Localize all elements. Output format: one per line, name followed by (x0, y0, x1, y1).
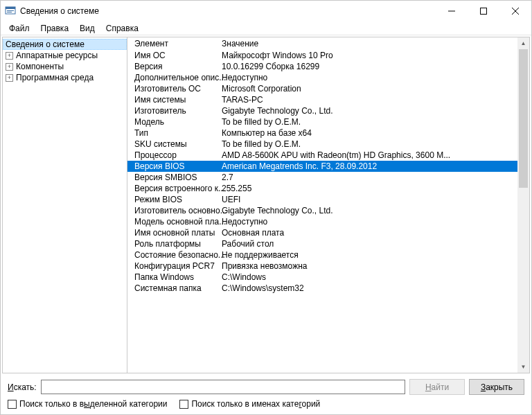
row-value: Привязка невозможна (220, 261, 515, 271)
window-controls (436, 1, 531, 21)
row-key: Модель основной пла... (130, 217, 220, 227)
scroll-down-icon[interactable]: ▼ (517, 361, 529, 373)
list-row[interactable]: Папка WindowsC:\Windows (127, 272, 517, 283)
close-search-button[interactable]: Закрыть (469, 379, 524, 395)
row-key: Изготовитель (130, 106, 220, 116)
menu-view[interactable]: Вид (74, 22, 100, 35)
row-key: Версия (130, 62, 220, 71)
row-value: C:\Windows\system32 (220, 283, 515, 293)
list-row[interactable]: ПроцессорAMD A8-5600K APU with Radeon(tm… (127, 150, 517, 161)
tree-hardware-label: Аппаратные ресурсы (16, 51, 98, 60)
row-value: Недоступно (220, 73, 515, 82)
expand-icon[interactable]: + (6, 63, 13, 71)
close-button[interactable] (499, 1, 531, 21)
row-key: Имя ОС (130, 51, 220, 60)
row-value: AMD A8-5600K APU with Radeon(tm) HD Grap… (220, 150, 515, 160)
row-key: Папка Windows (130, 272, 220, 282)
row-key: Режим BIOS (130, 195, 220, 204)
check-category-names[interactable]: Поиск только в именах категорий (179, 399, 320, 409)
checkbox-icon[interactable] (179, 400, 188, 409)
menu-help[interactable]: Справка (100, 22, 144, 35)
row-value: UEFI (220, 195, 515, 204)
svg-rect-5 (481, 8, 487, 15)
check1-label: Поиск только в выделенной категории (19, 399, 167, 409)
list-content[interactable]: Элемент Значение Имя ОСМайкрософт Window… (127, 37, 517, 373)
list-row[interactable]: Системная папкаC:\Windows\system32 (127, 283, 517, 294)
row-value: Gigabyte Technology Co., Ltd. (220, 106, 515, 116)
expand-icon[interactable]: + (6, 74, 13, 82)
list-row[interactable]: Конфигурация PCR7Привязка невозможна (127, 261, 517, 272)
tree-root[interactable]: Сведения о системе (3, 39, 127, 50)
maximize-button[interactable] (468, 1, 499, 21)
list-rows: Имя ОСМайкрософт Windows 10 ProВерсия10.… (127, 50, 517, 294)
check-selected-category[interactable]: Поиск только в выделенной категории (8, 399, 167, 409)
row-key: Роль платформы (130, 239, 220, 249)
list-row[interactable]: Режим BIOSUEFI (127, 194, 517, 205)
tree-root-label: Сведения о системе (6, 39, 85, 49)
svg-rect-2 (7, 10, 14, 11)
tree-software[interactable]: + Программная среда (3, 72, 127, 83)
scroll-thumb[interactable] (519, 49, 528, 188)
list-row[interactable]: Версия SMBIOS2.7 (127, 172, 517, 183)
tree-components[interactable]: + Компоненты (3, 61, 127, 72)
list-row[interactable]: SKU системыTo be filled by O.E.M. (127, 139, 517, 150)
row-key: Имя основной платы (130, 228, 220, 238)
header-value[interactable]: Значение (220, 39, 515, 48)
row-value: Рабочий стол (220, 239, 515, 249)
row-value: Компьютер на базе x64 (220, 128, 515, 138)
list-row[interactable]: ТипКомпьютер на базе x64 (127, 127, 517, 139)
body-area: Сведения о системе + Аппаратные ресурсы … (2, 37, 530, 373)
list-row[interactable]: Изготовитель основно...Gigabyte Technolo… (127, 205, 517, 216)
checkbox-icon[interactable] (8, 400, 17, 409)
list-row[interactable]: ИзготовительGigabyte Technology Co., Ltd… (127, 105, 517, 116)
list-header[interactable]: Элемент Значение (127, 37, 517, 50)
app-window: Сведения о системе Файл Правка Вид Справ… (0, 0, 532, 415)
search-input[interactable] (41, 380, 405, 394)
tree-components-label: Компоненты (16, 62, 64, 71)
row-value: 255.255 (220, 184, 515, 193)
expand-icon[interactable]: + (6, 52, 13, 60)
menu-edit[interactable]: Правка (35, 22, 75, 35)
minimize-button[interactable] (436, 1, 468, 21)
scroll-up-icon[interactable]: ▲ (517, 37, 529, 49)
list-row[interactable]: Состояние безопасно...Не поддерживается (127, 249, 517, 261)
row-value: American Megatrends Inc. F3, 28.09.2012 (220, 161, 515, 171)
svg-rect-1 (6, 7, 15, 9)
scrollbar-vertical[interactable]: ▲ ▼ (517, 37, 529, 373)
row-key: Имя системы (130, 95, 220, 105)
row-key: Модель (130, 117, 220, 127)
header-element[interactable]: Элемент (130, 39, 220, 48)
list-row[interactable]: Имя основной платыОсновная плата (127, 227, 517, 238)
search-row: Искать: Найти Закрыть (8, 379, 524, 395)
tree-panel[interactable]: Сведения о системе + Аппаратные ресурсы … (3, 37, 127, 373)
tree-hardware[interactable]: + Аппаратные ресурсы (3, 50, 127, 61)
row-key: Конфигурация PCR7 (130, 261, 220, 271)
row-value: To be filled by O.E.M. (220, 139, 515, 149)
list-row[interactable]: Версия BIOSAmerican Megatrends Inc. F3, … (127, 161, 517, 172)
bottom-panel: Искать: Найти Закрыть Поиск только в выд… (1, 375, 531, 414)
list-row[interactable]: Модель основной пла...Недоступно (127, 216, 517, 227)
list-row[interactable]: Имя системыTARAS-PC (127, 94, 517, 105)
list-row[interactable]: Версия10.0.16299 Сборка 16299 (127, 61, 517, 72)
row-value: To be filled by O.E.M. (220, 117, 515, 127)
row-key: Изготовитель ОС (130, 84, 220, 94)
row-key: Системная папка (130, 283, 220, 293)
row-value: Gigabyte Technology Co., Ltd. (220, 206, 515, 215)
row-value: Майкрософт Windows 10 Pro (220, 51, 515, 60)
list-row[interactable]: Имя ОСМайкрософт Windows 10 Pro (127, 50, 517, 61)
list-row[interactable]: Изготовитель ОСMicrosoft Corporation (127, 83, 517, 94)
find-button[interactable]: Найти (409, 379, 465, 395)
row-key: Версия BIOS (130, 161, 220, 171)
check2-label: Поиск только в именах категорий (191, 399, 320, 409)
row-value: TARAS-PC (220, 95, 515, 105)
scroll-track[interactable] (517, 49, 529, 361)
row-value: Не поддерживается (220, 250, 515, 260)
menu-file[interactable]: Файл (3, 22, 35, 35)
list-row[interactable]: Версия встроенного к...255.255 (127, 183, 517, 194)
search-label: Искать: (8, 382, 37, 392)
list-row[interactable]: МодельTo be filled by O.E.M. (127, 116, 517, 127)
titlebar[interactable]: Сведения о системе (1, 1, 531, 21)
list-row[interactable]: Дополнительное опис...Недоступно (127, 72, 517, 83)
svg-rect-3 (7, 12, 12, 12)
list-row[interactable]: Роль платформыРабочий стол (127, 238, 517, 249)
